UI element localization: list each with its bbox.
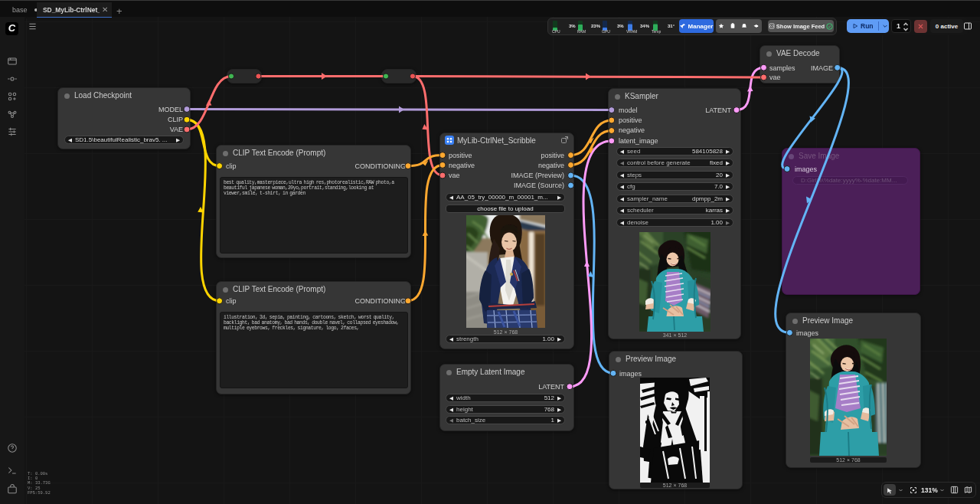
svg-text:3%: 3% — [569, 24, 576, 28]
svg-text:34%: 34% — [640, 24, 650, 28]
svg-text:Temp: Temp — [652, 29, 661, 34]
svg-text:31°: 31° — [668, 24, 675, 28]
svg-text:CPU: CPU — [552, 29, 560, 34]
svg-text:VRAM: VRAM — [626, 29, 637, 34]
svg-text:23%: 23% — [591, 24, 601, 28]
svg-text:RAM: RAM — [577, 29, 586, 34]
svg-text:3%: 3% — [617, 24, 624, 28]
svg-text:GPU: GPU — [602, 29, 610, 34]
